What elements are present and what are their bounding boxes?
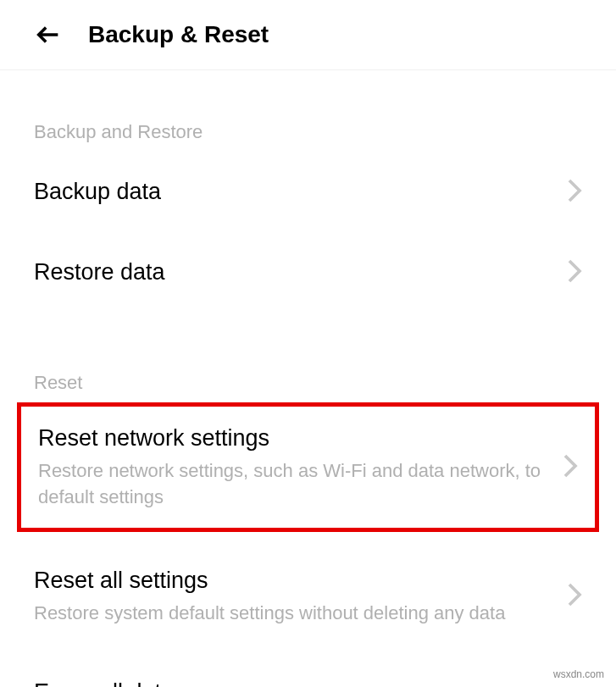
chevron-right-icon [567, 258, 582, 287]
list-item-subtitle: Restore network settings, such as Wi-Fi … [38, 458, 554, 511]
page-title: Backup & Reset [88, 21, 269, 48]
chevron-right-icon [567, 582, 582, 611]
list-item-title: Reset network settings [38, 424, 554, 453]
header-bar: Backup & Reset [0, 0, 616, 70]
back-arrow-icon[interactable] [34, 20, 63, 49]
list-item-backup-data[interactable]: Backup data [0, 152, 616, 232]
list-item-erase-all[interactable]: Erase all data Clear all data on your ph… [0, 652, 616, 687]
watermark: wsxdn.com [553, 668, 604, 680]
section-label-reset: Reset [0, 372, 616, 394]
chevron-right-icon [567, 178, 582, 207]
list-item-subtitle: Restore system default settings without … [34, 601, 558, 627]
list-item-title: Backup data [34, 177, 558, 207]
list-item-reset-all[interactable]: Reset all settings Restore system defaul… [0, 540, 616, 652]
list-item-title: Restore data [34, 258, 558, 287]
list-item-title: Reset all settings [34, 566, 558, 596]
list-item-title: Erase all data [34, 678, 558, 687]
section-label-backup: Backup and Restore [0, 121, 616, 143]
list-item-restore-data[interactable]: Restore data [0, 232, 616, 313]
list-item-reset-network[interactable]: Reset network settings Restore network s… [17, 402, 599, 532]
chevron-right-icon [563, 453, 578, 482]
